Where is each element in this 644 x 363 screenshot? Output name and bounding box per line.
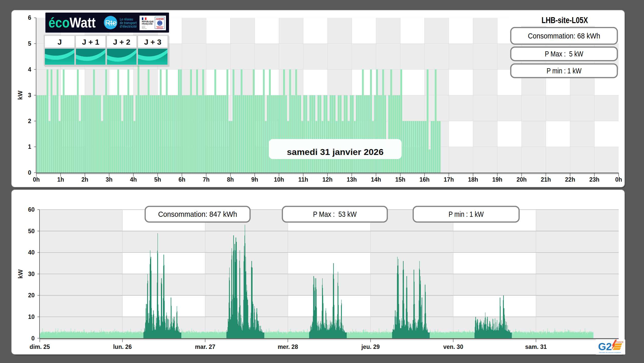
svg-text:10: 10 [28, 313, 35, 320]
svg-text:17h: 17h [444, 176, 454, 183]
svg-text:8h: 8h [227, 176, 234, 183]
svg-text:J + 1: J + 1 [82, 38, 100, 46]
svg-text:13h: 13h [347, 176, 357, 183]
svg-text:2h: 2h [81, 176, 88, 183]
svg-text:Consommation: 847 kWh: Consommation: 847 kWh [158, 210, 237, 218]
svg-text:mer. 28: mer. 28 [278, 344, 298, 350]
svg-text:3: 3 [28, 92, 31, 99]
svg-text:mar. 27: mar. 27 [195, 344, 215, 350]
svg-text:P Max : 53 kW: P Max : 53 kW [313, 210, 357, 218]
svg-text:0h: 0h [33, 176, 40, 183]
svg-text:11h: 11h [298, 176, 308, 183]
svg-text:23h: 23h [589, 176, 600, 183]
svg-text:J: J [57, 38, 62, 46]
svg-text:0: 0 [28, 169, 31, 176]
svg-text:sam. 31: sam. 31 [525, 344, 547, 350]
svg-text:20: 20 [28, 292, 35, 299]
svg-text:18h: 18h [468, 176, 478, 183]
svg-text:Rte: Rte [105, 19, 116, 27]
svg-text:FRANÇAISE: FRANÇAISE [142, 23, 153, 25]
svg-text:Optimisation des ressources én: Optimisation des ressources énergétiques [599, 352, 621, 353]
svg-text:6: 6 [28, 14, 31, 21]
svg-text:5: 5 [28, 40, 31, 47]
svg-text:écoWatt: écoWatt [48, 15, 96, 31]
svg-text:J + 3: J + 3 [144, 38, 162, 46]
svg-text:10h: 10h [274, 176, 284, 183]
svg-text:kW: kW [17, 91, 24, 100]
svg-text:60: 60 [28, 206, 35, 213]
svg-text:0: 0 [31, 335, 35, 342]
svg-text:22h: 22h [565, 176, 575, 183]
svg-text:lun. 26: lun. 26 [113, 344, 132, 350]
svg-text:12h: 12h [322, 176, 333, 183]
svg-text:30: 30 [28, 271, 35, 277]
svg-text:2: 2 [28, 118, 31, 124]
svg-text:4h: 4h [130, 176, 137, 183]
svg-text:P Max : 5 kW: P Max : 5 kW [545, 50, 583, 58]
svg-text:ÉCOLOGIQUE: ÉCOLOGIQUE [157, 28, 163, 29]
svg-text:Consommation: 68 kWh: Consommation: 68 kWh [528, 32, 600, 40]
svg-text:1: 1 [28, 143, 31, 150]
svg-text:16h: 16h [419, 176, 430, 183]
svg-text:LHB-site-L05X: LHB-site-L05X [542, 15, 588, 25]
svg-text:20h: 20h [517, 176, 527, 183]
svg-text:21h: 21h [541, 176, 551, 183]
svg-text:7h: 7h [203, 176, 210, 183]
svg-text:kW: kW [17, 269, 24, 279]
svg-text:Fraternité: Fraternité [142, 28, 147, 29]
svg-text:1h: 1h [57, 176, 64, 183]
svg-text:50: 50 [28, 228, 35, 234]
svg-text:P min : 1 kW: P min : 1 kW [547, 66, 582, 75]
svg-text:19h: 19h [492, 176, 502, 183]
svg-text:d’électricité: d’électricité [120, 24, 137, 28]
svg-text:6h: 6h [179, 176, 185, 183]
svg-text:3h: 3h [106, 176, 113, 183]
svg-text:FRANCE: FRANCE [615, 341, 624, 343]
svg-text:0h: 0h [615, 176, 622, 183]
svg-text:9h: 9h [251, 176, 258, 183]
svg-text:14h: 14h [371, 176, 381, 183]
svg-text:J + 2: J + 2 [113, 38, 131, 46]
svg-text:5h: 5h [154, 176, 161, 183]
svg-text:P min : 1 kW: P min : 1 kW [449, 210, 484, 218]
svg-text:ven. 30: ven. 30 [443, 344, 463, 350]
svg-text:dim. 25: dim. 25 [29, 344, 50, 350]
svg-text:4: 4 [28, 66, 31, 73]
svg-text:15h: 15h [395, 176, 405, 183]
svg-text:ADEME: ADEME [156, 18, 164, 20]
svg-text:jeu. 29: jeu. 29 [361, 344, 380, 350]
svg-text:40: 40 [28, 249, 35, 256]
svg-text:samedi 31 janvier 2026: samedi 31 janvier 2026 [287, 147, 384, 157]
svg-text:G2: G2 [598, 341, 612, 352]
